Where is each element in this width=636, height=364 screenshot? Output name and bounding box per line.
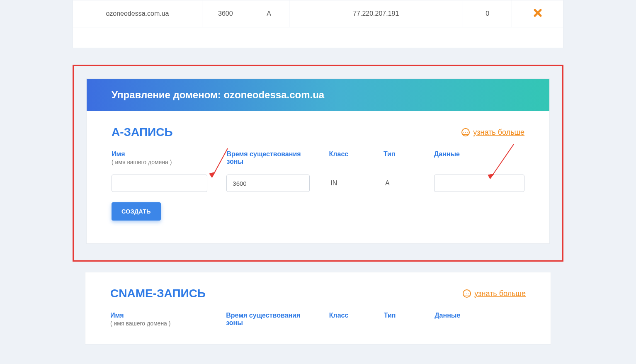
record-delete-cell (512, 0, 563, 27)
a-record-data-input[interactable] (434, 175, 524, 192)
dns-records-table: ozoneodessa.com.ua 3600 A 77.220.207.191… (73, 0, 563, 27)
label-name-sub: ( имя вашего домена ) (112, 159, 207, 165)
cname-panel: CNAME-ЗАПИСЬ ··· узнать больше Имя ( имя… (85, 272, 551, 345)
cname-labels-row: Имя ( имя вашего домена ) Время существо… (110, 312, 526, 328)
table-footer-spacer (73, 27, 563, 48)
record-type-cell: A (249, 0, 289, 27)
a-record-ttl-input[interactable] (226, 175, 310, 192)
label-name: Имя (110, 312, 207, 319)
ellipsis-circle-icon: ··· (461, 128, 470, 136)
a-record-body: A-ЗАПИСЬ ··· узнать больше Имя ( имя ваш… (87, 111, 549, 243)
a-record-highlight-frame: Управление доменом: ozoneodessa.com.ua A… (73, 65, 563, 262)
a-record-name-input[interactable] (112, 175, 207, 192)
record-name-cell: ozoneodessa.com.ua (73, 0, 202, 27)
record-data-cell: 77.220.207.191 (289, 0, 463, 27)
a-record-panel: Управление доменом: ozoneodessa.com.ua A… (86, 78, 550, 244)
cname-body: CNAME-ЗАПИСЬ ··· узнать больше Имя ( имя… (85, 272, 551, 344)
a-record-title: A-ЗАПИСЬ (112, 126, 173, 139)
ellipsis-circle-icon: ··· (463, 289, 471, 298)
label-type: Тип (384, 150, 415, 158)
cname-title: CNAME-ЗАПИСЬ (110, 287, 206, 300)
label-name: Имя (112, 150, 207, 158)
a-record-learn-more-link[interactable]: ··· узнать больше (461, 128, 524, 137)
table-row: ozoneodessa.com.ua 3600 A 77.220.207.191… (73, 0, 563, 27)
label-name-sub: ( имя вашего домена ) (110, 320, 207, 327)
label-data: Данные (434, 150, 524, 158)
a-record-labels-row: Имя ( имя вашего домена ) Время существо… (112, 150, 524, 166)
panel-header: Управление доменом: ozoneodessa.com.ua (87, 79, 549, 111)
label-ttl: Время существования зоны (226, 312, 310, 327)
delete-icon[interactable] (533, 8, 543, 18)
label-class: Класс (329, 150, 364, 158)
record-priority-cell: 0 (463, 0, 512, 27)
label-ttl: Время существования зоны (226, 150, 310, 165)
a-record-type-static: A (384, 180, 415, 187)
label-type: Тип (384, 312, 415, 319)
cname-learn-more-link[interactable]: ··· узнать больше (463, 289, 526, 298)
a-record-create-button[interactable]: СОЗДАТЬ (112, 202, 161, 221)
label-class: Класс (329, 312, 365, 319)
a-record-learn-more-label: узнать больше (473, 128, 524, 137)
cname-panel-wrap: CNAME-ЗАПИСЬ ··· узнать больше Имя ( имя… (85, 272, 551, 345)
a-record-class-static: IN (329, 180, 364, 187)
record-ttl-cell: 3600 (202, 0, 249, 27)
label-data: Данные (435, 312, 526, 319)
cname-learn-more-label: узнать больше (474, 289, 526, 298)
a-record-inputs-row: IN A (112, 175, 524, 192)
